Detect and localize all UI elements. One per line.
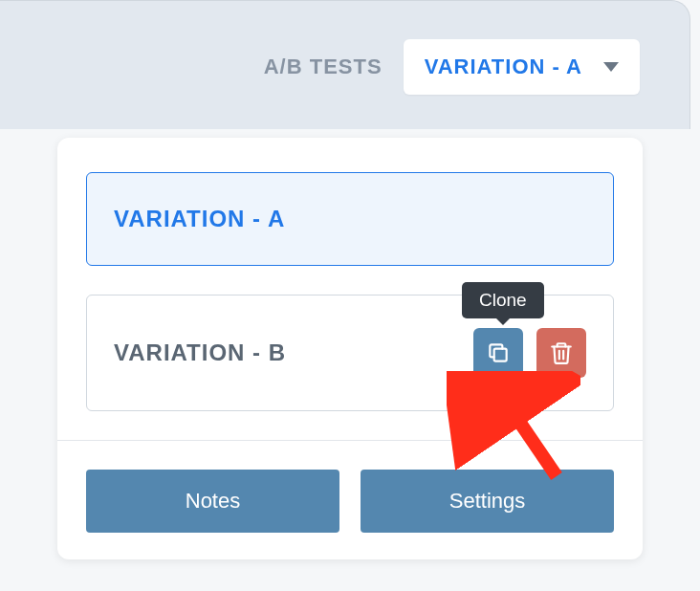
footer-buttons: Notes Settings	[57, 441, 643, 559]
variation-b-actions: Clone	[473, 328, 586, 378]
variation-dropdown[interactable]: VARIATION - A	[404, 39, 640, 95]
trash-icon	[549, 340, 574, 365]
header-content: A/B TESTS VARIATION - A	[264, 39, 640, 95]
variation-item-b[interactable]: VARIATION - B Clone	[86, 295, 614, 411]
svg-rect-0	[494, 349, 507, 361]
settings-button[interactable]: Settings	[361, 470, 614, 533]
chevron-down-icon	[603, 62, 619, 72]
header-bar: A/B TESTS VARIATION - A	[0, 0, 690, 129]
variation-item-a[interactable]: VARIATION - A	[86, 172, 614, 266]
clone-button[interactable]	[473, 328, 523, 378]
ab-tests-label: A/B TESTS	[264, 55, 383, 79]
variation-a-label: VARIATION - A	[114, 206, 285, 232]
variation-dropdown-label: VARIATION - A	[425, 55, 582, 79]
copy-icon	[486, 340, 511, 365]
clone-tooltip: Clone	[462, 282, 544, 318]
delete-button[interactable]	[536, 328, 586, 378]
panel-inner: VARIATION - A VARIATION - B Clone	[57, 138, 643, 411]
variation-b-label: VARIATION - B	[114, 339, 286, 366]
variations-panel: VARIATION - A VARIATION - B Clone	[57, 138, 643, 559]
notes-button[interactable]: Notes	[86, 470, 339, 533]
